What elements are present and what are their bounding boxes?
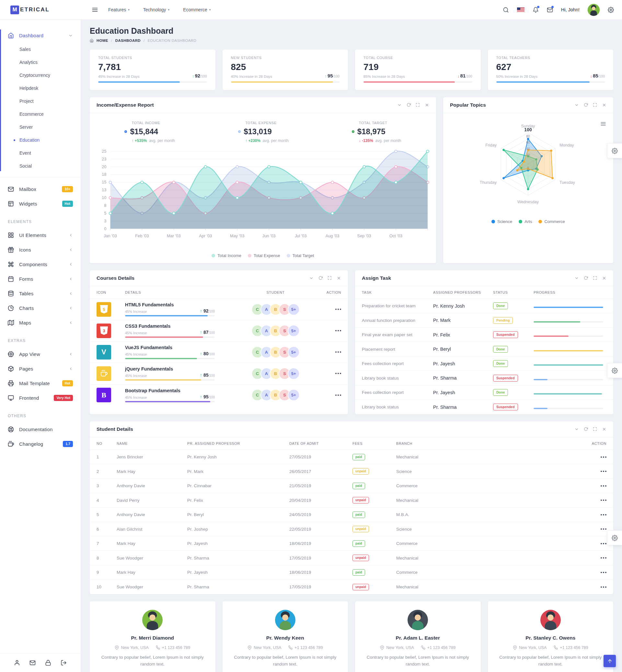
chart-menu-icon[interactable]: [600, 121, 606, 128]
sidebar-item-frontend[interactable]: FrontendVery Hot: [0, 391, 81, 405]
chevron-down-icon[interactable]: [575, 103, 579, 107]
legend-item-total-expense[interactable]: Total Expense: [248, 253, 280, 258]
student-row-8: 8 Sue Woodger Pr. Sharma 17/05/2019 unpa…: [90, 551, 613, 565]
legend-item-science[interactable]: Science: [491, 219, 512, 224]
row-actions-button[interactable]: [600, 469, 607, 474]
sidebar-item-maps[interactable]: Maps: [0, 315, 81, 330]
fullscreen-icon[interactable]: [593, 276, 597, 280]
fullscreen-icon[interactable]: [593, 103, 597, 107]
sidebar-item-education[interactable]: Education: [0, 133, 81, 147]
sidebar-item-ecommerce[interactable]: Ecommerce: [0, 108, 81, 121]
fullscreen-icon[interactable]: [416, 103, 420, 107]
breadcrumb-home[interactable]: HOME: [97, 39, 108, 42]
customizer-gear-icon[interactable]: [607, 363, 622, 378]
chevron-down-icon[interactable]: [397, 103, 402, 107]
student-avatar-5+[interactable]: 5+: [288, 346, 300, 358]
sidebar-item-tables[interactable]: Tables: [0, 286, 81, 301]
chevron-down-icon[interactable]: [575, 427, 579, 431]
student-row-10: 10 Sue Woodger Pr. Sharma 17/05/2019 unp…: [90, 580, 613, 594]
series-dot: [238, 130, 241, 133]
sidebar-item-pages[interactable]: Pages: [0, 361, 81, 376]
sidebar-item-mailbox[interactable]: Mailbox10+: [0, 182, 81, 196]
bell-icon[interactable]: [532, 7, 539, 13]
breadcrumb-dashboard[interactable]: DASHBOARD: [115, 39, 141, 42]
close-icon[interactable]: [602, 103, 607, 107]
row-actions-button[interactable]: [600, 483, 607, 488]
refresh-icon[interactable]: [584, 276, 588, 280]
customizer-gear-icon[interactable]: [607, 143, 622, 158]
lock-icon[interactable]: [45, 660, 51, 666]
refresh-icon[interactable]: [584, 427, 588, 431]
brand-logo[interactable]: M ETRICAL: [0, 0, 81, 20]
sidebar-item-changelog[interactable]: Changelog1.7: [0, 437, 81, 451]
row-actions-button[interactable]: [600, 454, 607, 460]
sidebar-item-icons[interactable]: Icons: [0, 243, 81, 257]
row-actions-button[interactable]: [600, 541, 607, 546]
fullscreen-icon[interactable]: [327, 276, 332, 280]
sidebar-item-analytics[interactable]: Analytics: [0, 56, 81, 69]
sidebar-item-server[interactable]: Server: [0, 121, 81, 133]
row-actions-button[interactable]: [600, 570, 607, 575]
sidebar-item-sales[interactable]: Sales: [0, 43, 81, 56]
legend-item-commerce[interactable]: Commerce: [539, 219, 565, 224]
row-actions-button[interactable]: [335, 371, 341, 376]
sidebar-item-documentation[interactable]: Documentation: [0, 422, 81, 437]
avatar[interactable]: [588, 4, 600, 16]
student-avatar-5+[interactable]: 5+: [288, 325, 300, 337]
stat-label: NEW STUDENTS: [231, 56, 340, 60]
sidebar-item-dashboard[interactable]: Dashboard: [0, 28, 81, 43]
log-out-icon[interactable]: [61, 660, 67, 666]
sidebar-item-helpdesk[interactable]: Helpdesk: [0, 82, 81, 95]
fullscreen-icon[interactable]: [593, 427, 597, 431]
close-icon[interactable]: [425, 103, 429, 107]
close-icon[interactable]: [602, 276, 607, 280]
sidebar-item-app-view[interactable]: App View: [0, 347, 81, 361]
refresh-icon[interactable]: [584, 103, 588, 107]
mail-icon[interactable]: [547, 7, 553, 13]
layout-icon: [8, 201, 14, 207]
row-actions-button[interactable]: [600, 498, 607, 503]
mail-icon[interactable]: [30, 660, 36, 666]
chevron-down-icon[interactable]: [309, 276, 314, 280]
sidebar-item-social[interactable]: Social: [0, 159, 81, 172]
sidebar-item-components[interactable]: Components: [0, 257, 81, 271]
top-menu-features[interactable]: Features▾: [101, 7, 136, 12]
student-avatar-5+[interactable]: 5+: [288, 303, 300, 315]
row-actions-button[interactable]: [600, 512, 607, 517]
refresh-icon[interactable]: [318, 276, 323, 280]
legend-item-total-target[interactable]: Total Target: [287, 253, 314, 258]
sidebar-item-widgets[interactable]: WidgetsHot: [0, 196, 81, 211]
sidebar-item-project[interactable]: Project: [0, 95, 81, 108]
top-menu-technology[interactable]: Technology▾: [136, 7, 176, 12]
close-icon[interactable]: [602, 427, 607, 431]
student-avatar-5+[interactable]: 5+: [288, 367, 300, 380]
row-actions-button[interactable]: [335, 349, 341, 355]
scroll-to-top-button[interactable]: [603, 655, 616, 667]
top-menu-ecommerce[interactable]: Ecommerce▾: [176, 7, 217, 12]
sidebar-item-ui-elements[interactable]: UI Elements: [0, 228, 81, 243]
legend-item-arts[interactable]: Arts: [519, 219, 532, 224]
close-icon[interactable]: [337, 276, 341, 280]
chevron-down-icon[interactable]: [575, 276, 579, 280]
row-actions-button[interactable]: [600, 584, 607, 590]
sidebar-item-event[interactable]: Event: [0, 147, 81, 159]
legend-item-total-income[interactable]: Total Income: [212, 253, 241, 258]
menu-toggle-icon[interactable]: [92, 6, 98, 13]
student-avatar-5+[interactable]: 5+: [288, 389, 300, 401]
sidebar-item-charts[interactable]: Charts: [0, 301, 81, 315]
sidebar-item-cryptocurrency[interactable]: Cryptocurrency: [0, 69, 81, 82]
search-icon[interactable]: [503, 7, 509, 13]
row-actions-button[interactable]: [335, 328, 341, 333]
gear-icon[interactable]: [608, 7, 614, 13]
row-actions-button[interactable]: [600, 526, 607, 532]
us-flag-icon[interactable]: [517, 7, 524, 12]
row-actions-button[interactable]: [600, 555, 607, 561]
professor-card-pr-wendy-keen: Pr. Wendy Keen New York, USA +1 123 456 …: [222, 601, 348, 672]
row-actions-button[interactable]: [335, 392, 341, 398]
sidebar-item-mail-template[interactable]: Mail TemplateHot: [0, 376, 81, 391]
customizer-gear-icon[interactable]: [607, 530, 622, 545]
refresh-icon[interactable]: [407, 103, 411, 107]
user-icon[interactable]: [14, 660, 20, 666]
row-actions-button[interactable]: [335, 307, 341, 312]
sidebar-item-forms[interactable]: Forms: [0, 271, 81, 286]
